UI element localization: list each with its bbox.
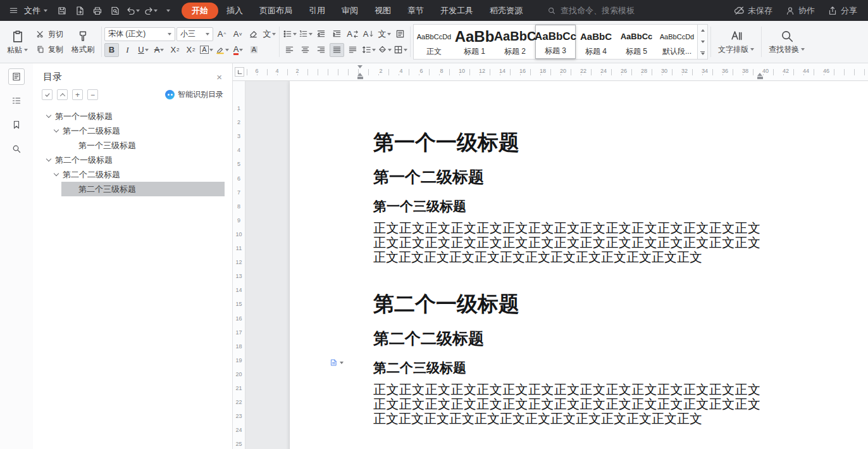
chevron-down-icon[interactable] [46,113,51,118]
smart-toc-button[interactable]: 智能识别目录 [165,89,223,100]
sort-button[interactable]: A [361,27,376,41]
file-menu-button[interactable]: 文件 [23,5,53,16]
text-direction-button[interactable]: 文 [377,27,392,41]
chevron-down-icon[interactable] [54,127,59,132]
gallery-scroll-down-button[interactable] [698,36,707,47]
cut-button[interactable]: 剪切 [34,28,66,41]
toc-item-1[interactable]: 第一个一级标题 [33,109,225,123]
superscript-button[interactable]: X2 [168,43,182,57]
heading3-first[interactable]: 第一个三级标题 [373,198,760,215]
toc-select-level-button[interactable] [42,89,53,100]
print-button[interactable] [89,3,106,18]
line-spacing-button[interactable] [361,43,376,57]
document-canvas[interactable]: 第一个一级标题 第一个二级标题 第一个三级标题 正文正文正文正文正文正文正文正文… [245,81,868,449]
share-button[interactable]: 分享 [822,5,863,16]
left-indent-marker[interactable] [357,77,363,79]
first-line-indent-marker[interactable] [357,65,363,68]
toc-expand-all-button[interactable]: + [72,89,83,100]
heading2-second[interactable]: 第二个二级标题 [373,329,760,348]
toc-item-5[interactable]: 第二个二级标题 [33,167,225,182]
chevron-down-icon[interactable] [54,171,59,176]
document-page[interactable]: 第一个一级标题 第一个二级标题 第一个三级标题 正文正文正文正文正文正文正文正文… [290,81,868,449]
style-item-5[interactable]: AaBbC标题 4 [576,25,616,59]
right-indent-marker[interactable] [757,73,762,76]
find-replace-button[interactable]: 查找替换 [764,23,809,61]
heading2-first[interactable]: 第一个二级标题 [373,168,760,187]
undo-button[interactable] [125,3,141,18]
menu-tab-8[interactable]: 开发工具 [432,3,481,19]
font-color-button[interactable]: A [231,43,245,57]
toc-item-3[interactable]: 第一个三级标题 [61,138,225,153]
bookmark-pane-button[interactable] [8,117,25,133]
unsaved-status[interactable]: 未保存 [728,5,778,16]
align-right-button[interactable] [314,43,328,57]
underline-button[interactable]: U [136,43,151,57]
style-item-4[interactable]: AaBbCc标题 3 [535,25,576,59]
toolbar-more-button[interactable] [160,3,177,18]
heading3-second[interactable]: 第二个三级标题 [373,360,760,376]
menu-tab-4[interactable]: 引用 [301,3,333,19]
format-painter-button[interactable]: 格式刷 [67,27,99,57]
align-center-button[interactable] [298,43,313,57]
menu-tab-7[interactable]: 章节 [399,3,432,19]
style-item-6[interactable]: AaBbCc标题 5 [616,25,657,59]
menu-tab-9[interactable]: 稻壳资源 [481,3,531,19]
decrease-font-button[interactable]: Av [230,27,245,41]
paste-button[interactable]: 粘贴 [3,27,32,58]
increase-indent-button[interactable] [330,27,344,41]
collaborate-button[interactable]: 协作 [779,5,821,16]
hamburger-menu-icon[interactable] [5,3,22,18]
toc-pane-button[interactable] [8,68,25,85]
heading1-first[interactable]: 第一个一级标题 [373,130,760,155]
char-border-button[interactable]: A [247,43,261,57]
distribute-button[interactable] [345,43,360,57]
menu-tab-5[interactable]: 审阅 [333,3,366,19]
subscript-button[interactable]: X2 [183,43,198,57]
toc-item-4[interactable]: 第二个一级标题 [33,153,225,167]
style-item-1[interactable]: AaBbCcDd正文 [414,25,454,59]
search-pane-button[interactable] [8,141,25,157]
gallery-more-button[interactable] [698,47,707,59]
pinyin-guide-button[interactable]: 文 [262,27,276,41]
copy-button[interactable]: 复制 [34,44,66,56]
menu-tab-2[interactable]: 插入 [218,3,251,19]
outline-pane-button[interactable] [8,92,25,109]
chevron-down-icon[interactable] [46,156,51,161]
style-item-3[interactable]: AaBbC标题 2 [495,25,535,59]
text-layout-button[interactable]: 文字排版 [714,23,759,61]
clear-format-button[interactable] [246,27,261,41]
align-left-button[interactable] [282,43,297,57]
borders-button[interactable] [393,43,407,57]
heading-collapse-widget[interactable] [330,358,344,367]
decrease-indent-button[interactable] [314,27,328,41]
v-ruler[interactable]: 1234567891011121314151617181920212223242… [233,81,245,449]
close-icon[interactable]: × [216,72,222,82]
right-indent-marker-box[interactable] [757,77,763,79]
asian-layout-button[interactable]: A [345,27,360,41]
menu-tab-3[interactable]: 页面布局 [251,3,301,19]
italic-button[interactable]: I [120,43,135,57]
toc-item-2[interactable]: 第一个二级标题 [33,123,225,138]
style-item-7[interactable]: AaBbCcDd默认段... [657,25,697,59]
print-preview-button[interactable] [107,3,123,18]
font-name-select[interactable]: 宋体 (正文) [104,27,175,41]
menu-tab-1[interactable]: 开始 [182,3,218,19]
redo-button[interactable] [142,3,159,18]
shading-button[interactable] [377,43,392,57]
h-ruler[interactable]: 6422468101214161820222426283032343638404… [233,63,868,81]
highlight-button[interactable] [215,43,230,57]
save-button[interactable] [54,3,70,18]
justify-button[interactable] [330,43,344,57]
hanging-indent-marker[interactable] [357,73,363,76]
export-button[interactable] [71,3,88,18]
command-search[interactable]: 查找命令、搜索模板 [547,5,635,16]
style-item-2[interactable]: AaBb标题 1 [454,25,495,59]
toc-collapse-button[interactable] [57,89,68,100]
toc-item-6[interactable]: 第二个三级标题 [61,182,225,196]
body-paragraph-second[interactable]: 正文正文正文正文正文正文正文正文正文正文正文正文正文正文正文正文正文正文正文正文… [373,383,760,426]
toc-collapse-all-button[interactable]: − [87,89,98,100]
font-size-select[interactable]: 小三 [177,27,213,41]
menu-tab-6[interactable]: 视图 [366,3,399,19]
increase-font-button[interactable]: A^ [214,27,229,41]
gallery-scroll-up-button[interactable] [698,25,707,36]
